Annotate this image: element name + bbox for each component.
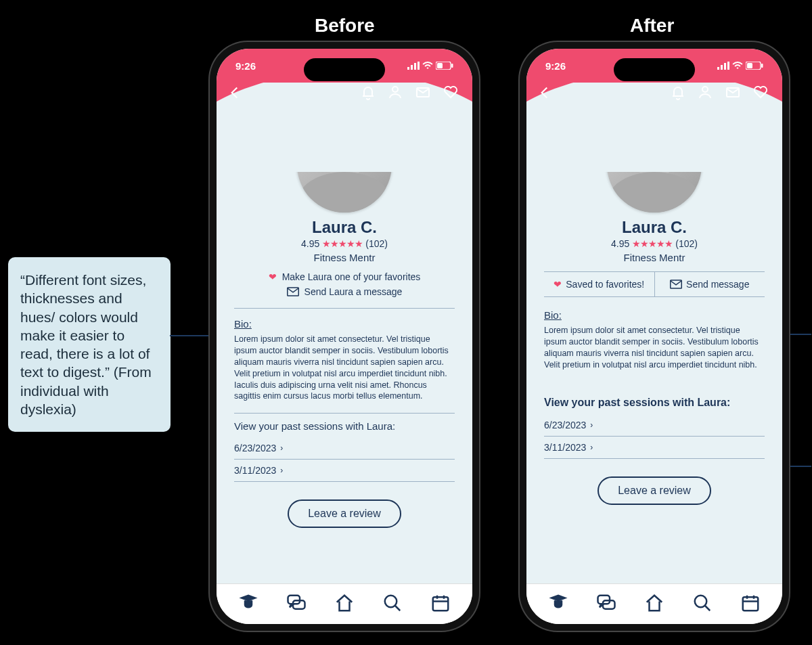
phone-before: 9:26 Laura C. 4.95 ★★★★★ bbox=[210, 42, 479, 631]
tab-chat-icon[interactable] bbox=[286, 593, 307, 616]
svg-rect-20 bbox=[761, 64, 763, 68]
heart-icon[interactable] bbox=[443, 84, 459, 103]
leave-review-button[interactable]: Leave a review bbox=[597, 476, 711, 505]
rating-row: 4.95 ★★★★★ (102) bbox=[301, 238, 388, 249]
tab-bar bbox=[217, 583, 472, 624]
svg-point-26 bbox=[695, 595, 707, 607]
svg-rect-1 bbox=[411, 65, 413, 70]
session-date: 3/11/2023 bbox=[234, 465, 276, 476]
rating-value: 4.95 bbox=[611, 238, 629, 249]
svg-rect-2 bbox=[414, 63, 416, 70]
wifi-icon bbox=[422, 62, 433, 70]
signal-icon bbox=[407, 62, 420, 70]
svg-rect-17 bbox=[727, 62, 729, 70]
svg-rect-27 bbox=[742, 597, 758, 610]
svg-rect-14 bbox=[717, 67, 719, 70]
profile-icon[interactable] bbox=[387, 84, 403, 103]
tab-bar bbox=[526, 583, 782, 624]
tab-home-icon[interactable] bbox=[644, 593, 664, 616]
message-action[interactable]: Send Laura a message bbox=[287, 286, 403, 297]
feedback-quote: “Different font sizes, thicknesses and h… bbox=[8, 257, 171, 432]
bio-text: Lorem ipsum dolor sit amet consectetur. … bbox=[234, 334, 455, 402]
tab-home-icon[interactable] bbox=[334, 593, 355, 616]
profile-content: Laura C. 4.95 ★★★★★ (102) Fitness Mentr … bbox=[526, 102, 782, 583]
svg-point-7 bbox=[392, 87, 398, 92]
profile-role: Fitness Mentr bbox=[624, 252, 685, 263]
session-row[interactable]: 3/11/2023 › bbox=[544, 437, 765, 459]
status-indicators bbox=[717, 62, 763, 70]
chevron-right-icon: › bbox=[280, 443, 283, 453]
svg-rect-6 bbox=[451, 64, 453, 68]
divider bbox=[234, 308, 455, 309]
tab-search-icon[interactable] bbox=[692, 593, 713, 616]
tab-search-icon[interactable] bbox=[382, 593, 403, 616]
session-row[interactable]: 6/23/2023 › bbox=[544, 414, 765, 437]
svg-rect-15 bbox=[721, 65, 723, 70]
battery-icon bbox=[436, 62, 453, 70]
profile-name: Laura C. bbox=[622, 218, 687, 237]
favorite-action[interactable]: ❤ Saved to favorites! bbox=[544, 272, 654, 296]
phone-after: 9:26 Laura C. 4.95 ★★★★★ bbox=[520, 42, 789, 631]
tab-mentor-icon[interactable] bbox=[548, 593, 568, 616]
screen-before: 9:26 Laura C. 4.95 ★★★★★ bbox=[217, 49, 472, 624]
chevron-right-icon: › bbox=[590, 443, 593, 452]
session-row[interactable]: 3/11/2023 › bbox=[234, 460, 455, 482]
message-label: Send Laura a message bbox=[304, 286, 403, 297]
tab-calendar-icon[interactable] bbox=[430, 593, 451, 616]
svg-rect-16 bbox=[724, 63, 726, 70]
session-date: 6/23/2023 bbox=[544, 420, 586, 430]
svg-rect-5 bbox=[437, 63, 443, 68]
rating-stars-icon: ★★★★★ bbox=[632, 238, 673, 249]
svg-rect-19 bbox=[747, 63, 752, 68]
favorite-label: Saved to favorites! bbox=[566, 279, 644, 290]
heart-filled-icon: ❤ bbox=[554, 279, 562, 290]
status-time: 9:26 bbox=[235, 60, 256, 72]
rating-stars-icon: ★★★★★ bbox=[322, 238, 363, 249]
svg-rect-3 bbox=[418, 62, 420, 70]
tab-calendar-icon[interactable] bbox=[740, 593, 761, 616]
status-indicators bbox=[407, 62, 453, 70]
tab-chat-icon[interactable] bbox=[596, 593, 616, 616]
back-button[interactable] bbox=[226, 84, 244, 104]
favorite-action[interactable]: ❤ Make Laura one of your favorites bbox=[269, 271, 421, 282]
bio-label: Bio: bbox=[544, 309, 765, 321]
rating-count: (102) bbox=[365, 238, 388, 249]
action-list: ❤ Make Laura one of your favorites Send … bbox=[269, 271, 421, 297]
after-heading: After bbox=[630, 15, 674, 37]
session-date: 3/11/2023 bbox=[544, 442, 586, 453]
dynamic-island bbox=[614, 58, 695, 81]
rating-row: 4.95 ★★★★★ (102) bbox=[611, 238, 698, 249]
back-button[interactable] bbox=[536, 84, 554, 104]
bio-label: Bio: bbox=[234, 318, 455, 330]
svg-rect-13 bbox=[432, 597, 448, 610]
signal-icon bbox=[717, 62, 729, 70]
mail-icon[interactable] bbox=[724, 84, 742, 103]
action-row: ❤ Saved to favorites! Send message bbox=[544, 271, 765, 297]
message-label: Send message bbox=[686, 279, 749, 290]
app-header bbox=[526, 83, 782, 122]
profile-role: Fitness Mentr bbox=[314, 252, 376, 263]
divider bbox=[234, 413, 455, 414]
app-header bbox=[217, 83, 472, 122]
session-row[interactable]: 6/23/2023 › bbox=[234, 437, 455, 460]
mail-icon[interactable] bbox=[414, 84, 432, 103]
battery-icon bbox=[746, 62, 763, 70]
message-action[interactable]: Send message bbox=[654, 272, 765, 296]
tab-mentor-icon[interactable] bbox=[238, 593, 258, 616]
profile-name: Laura C. bbox=[312, 218, 377, 237]
bio-text: Lorem ipsum dolor sit amet consectetur. … bbox=[544, 325, 765, 371]
session-date: 6/23/2023 bbox=[234, 443, 276, 453]
profile-icon[interactable] bbox=[697, 84, 713, 103]
before-heading: Before bbox=[315, 15, 375, 37]
svg-point-12 bbox=[385, 595, 397, 607]
feedback-quote-text: “Different font sizes, thicknesses and h… bbox=[20, 272, 152, 417]
sessions-title: View your past sessions with Laura: bbox=[544, 397, 765, 409]
envelope-icon bbox=[287, 287, 299, 296]
svg-point-21 bbox=[702, 87, 708, 92]
status-time: 9:26 bbox=[545, 60, 566, 72]
heart-icon[interactable] bbox=[752, 84, 769, 103]
heart-filled-icon: ❤ bbox=[269, 271, 277, 282]
notifications-icon[interactable] bbox=[360, 84, 376, 103]
notifications-icon[interactable] bbox=[670, 84, 686, 103]
leave-review-button[interactable]: Leave a review bbox=[288, 499, 401, 528]
